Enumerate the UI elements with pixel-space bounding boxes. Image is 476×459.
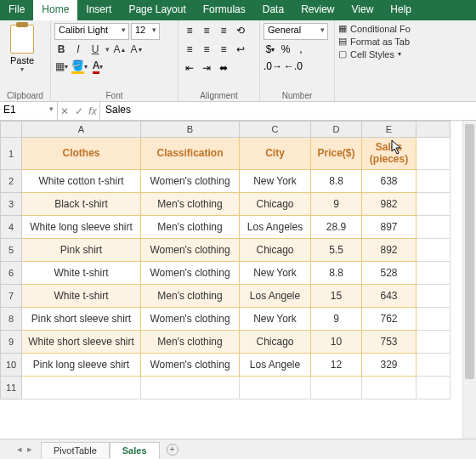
table-cell[interactable]: 8.8 xyxy=(311,262,362,285)
table-cell[interactable]: 5.5 xyxy=(311,239,362,262)
table-cell[interactable]: 9 xyxy=(311,193,362,216)
table-cell[interactable]: 15 xyxy=(311,285,362,308)
wrap-text-button[interactable]: ↩ xyxy=(233,42,248,57)
italic-button[interactable]: I xyxy=(71,42,85,57)
table-cell[interactable]: White cotton t-shirt xyxy=(22,170,141,193)
number-format-select[interactable]: General xyxy=(264,23,328,40)
align-right-button[interactable]: ≡ xyxy=(216,42,231,57)
row-header-7[interactable]: 7 xyxy=(0,285,22,308)
table-cell[interactable]: Chicago xyxy=(240,331,311,354)
table-cell[interactable] xyxy=(416,216,450,239)
bold-button[interactable]: B xyxy=(54,42,68,57)
table-cell[interactable] xyxy=(416,239,450,262)
add-sheet-button[interactable]: + xyxy=(167,444,178,456)
menu-insert[interactable]: Insert xyxy=(77,0,120,20)
table-cell[interactable]: 8.8 xyxy=(311,170,362,193)
menu-page-layout[interactable]: Page Layout xyxy=(120,0,194,20)
table-cell[interactable]: Women's clothing xyxy=(141,239,240,262)
table-cell[interactable]: Men's clothing xyxy=(141,216,240,239)
menu-view[interactable]: View xyxy=(343,0,382,20)
table-cell[interactable]: New York xyxy=(240,262,311,285)
sheet-tab-sales[interactable]: Sales xyxy=(110,442,160,459)
col-header-c[interactable]: C xyxy=(240,121,311,138)
percent-format-button[interactable]: % xyxy=(279,42,292,57)
decrease-indent-button[interactable]: ⇤ xyxy=(182,60,197,76)
format-as-table-button[interactable]: ▤Format as Tab xyxy=(338,36,473,47)
menu-data[interactable]: Data xyxy=(254,0,292,20)
align-middle-button[interactable]: ≡ xyxy=(199,23,214,38)
table-cell[interactable]: 897 xyxy=(362,216,416,239)
comma-format-button[interactable]: , xyxy=(294,42,308,57)
table-cell[interactable]: New York xyxy=(240,170,311,193)
menu-help[interactable]: Help xyxy=(382,0,420,20)
cell-a1[interactable]: Clothes xyxy=(22,138,141,170)
decrease-decimal-button[interactable]: ←.0 xyxy=(284,59,303,74)
menu-review[interactable]: Review xyxy=(292,0,343,20)
align-left-button[interactable]: ≡ xyxy=(182,42,197,57)
table-cell[interactable]: 28.9 xyxy=(311,216,362,239)
table-cell[interactable] xyxy=(416,354,450,377)
formula-input[interactable]: Sales xyxy=(100,102,476,120)
table-cell[interactable]: Chicago xyxy=(240,239,311,262)
table-cell[interactable]: 643 xyxy=(362,285,416,308)
cell-f11[interactable] xyxy=(416,377,450,400)
fill-color-button[interactable]: 🪣▾ xyxy=(71,59,88,74)
cell-styles-button[interactable]: ▢Cell Styles▾ xyxy=(338,48,473,60)
accounting-format-button[interactable]: $▾ xyxy=(264,42,277,57)
name-box[interactable]: E1 xyxy=(0,102,58,120)
table-cell[interactable]: 762 xyxy=(362,308,416,331)
increase-font-button[interactable]: A▲ xyxy=(113,42,127,57)
row-header-4[interactable]: 4 xyxy=(0,216,22,239)
table-cell[interactable]: White long sleeve shirt xyxy=(22,216,141,239)
table-cell[interactable] xyxy=(416,331,450,354)
table-cell[interactable]: 638 xyxy=(362,170,416,193)
col-header-blank[interactable] xyxy=(416,121,450,138)
align-bottom-button[interactable]: ≡ xyxy=(216,23,231,38)
table-cell[interactable]: 528 xyxy=(362,262,416,285)
table-cell[interactable]: Men's clothing xyxy=(141,285,240,308)
conditional-formatting-button[interactable]: ▦Conditional Fo xyxy=(338,23,473,34)
cell-b1[interactable]: Classification xyxy=(141,138,240,170)
increase-decimal-button[interactable]: .0→ xyxy=(264,59,282,74)
table-cell[interactable]: Pink short sleeve shirt xyxy=(22,308,141,331)
table-cell[interactable]: 10 xyxy=(311,331,362,354)
table-cell[interactable] xyxy=(416,308,450,331)
row-header-3[interactable]: 3 xyxy=(0,193,22,216)
border-button[interactable]: ▦▾ xyxy=(54,59,68,74)
vertical-scrollbar[interactable] xyxy=(462,121,476,439)
row-header-2[interactable]: 2 xyxy=(0,170,22,193)
table-cell[interactable]: Los Angele xyxy=(240,354,311,377)
table-cell[interactable] xyxy=(416,262,450,285)
table-cell[interactable]: 982 xyxy=(362,193,416,216)
table-cell[interactable]: Men's clothing xyxy=(141,331,240,354)
table-cell[interactable]: Men's clothing xyxy=(141,193,240,216)
cell-d1[interactable]: Price($) xyxy=(311,138,362,170)
table-cell[interactable]: White t-shirt xyxy=(22,285,141,308)
table-cell[interactable] xyxy=(416,285,450,308)
col-header-d[interactable]: D xyxy=(311,121,362,138)
table-cell[interactable]: 12 xyxy=(311,354,362,377)
cell-e1[interactable]: Sales (pieces) xyxy=(362,138,416,170)
row-header-11[interactable]: 11 xyxy=(0,377,22,400)
table-cell[interactable]: White t-shirt xyxy=(22,262,141,285)
table-cell[interactable]: New York xyxy=(240,308,311,331)
cell-d11[interactable] xyxy=(311,377,362,400)
row-header-8[interactable]: 8 xyxy=(0,308,22,331)
cell-c1[interactable]: City xyxy=(240,138,311,170)
row-header-5[interactable]: 5 xyxy=(0,239,22,262)
font-name-select[interactable]: Calibri Light xyxy=(54,23,129,40)
table-cell[interactable]: 892 xyxy=(362,239,416,262)
table-cell[interactable] xyxy=(416,170,450,193)
table-cell[interactable]: Pink shirt xyxy=(22,239,141,262)
tab-nav-prev-icon[interactable]: ◂ xyxy=(17,444,22,455)
cell-b11[interactable] xyxy=(141,377,240,400)
row-header-10[interactable]: 10 xyxy=(0,354,22,377)
orientation-button[interactable]: ⟲ xyxy=(233,23,248,38)
table-cell[interactable]: Pink long sleeve shirt xyxy=(22,354,141,377)
table-cell[interactable]: 753 xyxy=(362,331,416,354)
menu-home[interactable]: Home xyxy=(33,0,77,20)
col-header-a[interactable]: A xyxy=(22,121,141,138)
row-header-1[interactable]: 1 xyxy=(0,138,22,170)
enter-formula-icon[interactable]: ✓ xyxy=(75,105,83,117)
paste-button[interactable]: Paste xyxy=(10,55,34,65)
